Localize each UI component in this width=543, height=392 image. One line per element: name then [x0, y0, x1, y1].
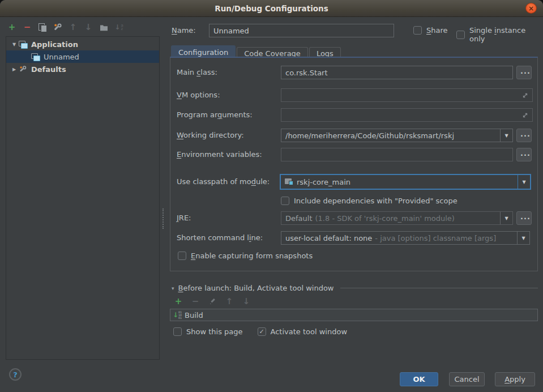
jre-browse-button[interactable]: ...	[516, 211, 532, 225]
dropdown-arrow-icon[interactable]: ▼	[500, 129, 512, 142]
jre-label: JRE:	[177, 214, 191, 222]
check-icon: ✓	[259, 329, 264, 335]
before-launch-header[interactable]: ▾ Before launch: Build, Activate tool wi…	[172, 284, 538, 292]
enable-snapshots-checkbox-box[interactable]	[178, 252, 186, 260]
help-icon[interactable]: ?	[9, 368, 22, 381]
edit-pencil-icon[interactable]	[208, 297, 217, 306]
folder-icon[interactable]	[99, 23, 108, 32]
apply-button[interactable]: Apply	[495, 372, 535, 386]
main-class-input[interactable]: co.rsk.Start	[281, 66, 513, 79]
enable-snapshots-label: Enable capturing form snapshots	[191, 252, 313, 260]
expand-field-icon[interactable]	[521, 92, 529, 101]
close-icon[interactable]: ×	[525, 3, 537, 14]
sort-alphabetically-icon[interactable]: ↓az	[114, 23, 123, 32]
activate-tool-window-label: Activate tool window	[271, 327, 347, 336]
include-provided-label: Include dependencies with "Provided" sco…	[294, 197, 458, 205]
remove-icon[interactable]: −	[23, 23, 32, 32]
main-class-browse-button[interactable]: ...	[516, 66, 532, 79]
shorten-command-line-label: Shorten command line:	[177, 233, 263, 242]
move-down-icon[interactable]: ↓	[242, 297, 251, 306]
use-classpath-label: Use classpath of module:	[177, 177, 270, 186]
run-debug-configurations-dialog: Run/Debug Configurations × + − ↑ ↓ ↓az	[0, 0, 543, 392]
vm-options-input[interactable]	[281, 88, 533, 102]
tree-node-unnamed[interactable]: Unnamed	[6, 50, 159, 63]
single-instance-checkbox[interactable]: Single instance only	[456, 26, 543, 43]
before-launch-toolbar: + − ↑ ↓	[174, 297, 251, 306]
add-icon[interactable]: +	[174, 297, 183, 306]
shorten-command-line-combo[interactable]: user-local default: none - java [options…	[281, 231, 530, 245]
include-provided-checkbox[interactable]: Include dependencies with "Provided" sco…	[281, 197, 458, 205]
before-launch-title: Before launch: Build, Activate tool wind…	[178, 284, 334, 292]
show-this-page-checkbox-box[interactable]	[173, 327, 182, 336]
configurations-panel: + − ↑ ↓ ↓az ▼ Applicat	[0, 17, 165, 392]
titlebar: Run/Debug Configurations ×	[0, 0, 543, 17]
single-instance-label: Single instance only	[469, 26, 543, 43]
show-this-page-label: Show this page	[186, 327, 243, 336]
activate-tool-window-checkbox-box[interactable]: ✓	[258, 327, 266, 336]
main-class-label: Main class:	[177, 68, 217, 76]
single-instance-checkbox-box[interactable]	[456, 31, 465, 39]
before-launch-options: Show this page ✓ Activate tool window	[173, 327, 347, 336]
application-icon	[31, 53, 40, 61]
move-up-icon[interactable]: ↑	[69, 23, 78, 32]
move-up-icon[interactable]: ↑	[225, 297, 234, 306]
working-directory-browse-button[interactable]: ...	[516, 129, 532, 142]
add-icon[interactable]: +	[7, 23, 16, 32]
collapsed-chevron-icon[interactable]: ▶	[10, 67, 19, 72]
share-checkbox-box[interactable]	[413, 26, 422, 35]
cancel-button[interactable]: Cancel	[449, 372, 485, 386]
before-launch-item-build[interactable]: ↓ 01 10 01 Build	[173, 311, 203, 319]
module-icon	[285, 178, 293, 185]
dropdown-arrow-icon[interactable]: ▼	[500, 212, 512, 224]
program-arguments-label: Program arguments:	[177, 110, 253, 119]
configuration-editor: Name: Unnamed Share Single instance only…	[165, 17, 543, 392]
environment-variables-input[interactable]	[281, 148, 513, 161]
configuration-tab-content: Main class: co.rsk.Start ... VM options:…	[170, 57, 538, 271]
build-icon: ↓ 01 10 01	[173, 311, 182, 319]
configurations-tree: ▼ Application Unnamed ▶ Defaults	[6, 36, 160, 360]
share-checkbox[interactable]: Share	[413, 26, 448, 35]
tree-label-application: Application	[31, 40, 78, 49]
name-row: Name: Unnamed Share Single instance only	[172, 24, 543, 37]
name-label: Name:	[172, 26, 196, 35]
vm-options-label: VM options:	[177, 91, 220, 99]
configurations-toolbar: + − ↑ ↓ ↓az	[7, 22, 123, 32]
build-item-label: Build	[185, 311, 203, 319]
separator-line	[340, 288, 538, 288]
working-directory-label: Working directory:	[177, 131, 244, 139]
enable-snapshots-checkbox[interactable]: Enable capturing form snapshots	[178, 252, 313, 260]
activate-tool-window-checkbox[interactable]: ✓ Activate tool window	[258, 327, 347, 336]
working-directory-combo[interactable]: /home/meriherrera/Code/Github/rsksmart/r…	[281, 129, 513, 142]
name-input[interactable]: Unnamed	[209, 24, 394, 37]
expand-field-icon[interactable]	[521, 112, 529, 121]
before-launch-list: ↓ 01 10 01 Build	[170, 309, 538, 321]
collapse-triangle-icon[interactable]: ▾	[172, 286, 174, 291]
remove-icon[interactable]: −	[191, 297, 200, 306]
dropdown-arrow-icon[interactable]: ▼	[517, 232, 529, 244]
share-label: Share	[426, 26, 448, 35]
jre-combo[interactable]: Default (1.8 - SDK of 'rskj-core_main' m…	[281, 211, 513, 225]
tree-node-application[interactable]: ▼ Application	[6, 38, 159, 50]
tree-label-defaults: Defaults	[31, 65, 66, 74]
application-icon	[19, 41, 28, 48]
dialog-footer: ? OK Cancel Apply	[0, 361, 543, 392]
dialog-title: Run/Debug Configurations	[215, 4, 328, 13]
tree-node-defaults[interactable]: ▶ Defaults	[6, 63, 159, 75]
expanded-chevron-icon[interactable]: ▼	[10, 42, 19, 47]
include-provided-checkbox-box[interactable]	[281, 197, 289, 205]
edit-defaults-wrench-icon[interactable]	[53, 23, 62, 32]
environment-variables-label: Environment variables:	[177, 150, 262, 159]
move-down-icon[interactable]: ↓	[84, 23, 93, 32]
environment-variables-browse-button[interactable]: ...	[516, 148, 532, 161]
show-this-page-checkbox[interactable]: Show this page	[173, 327, 243, 336]
copy-icon[interactable]	[38, 23, 47, 32]
dropdown-arrow-icon[interactable]: ▼	[518, 175, 530, 189]
tree-label-unnamed: Unnamed	[44, 53, 79, 61]
use-classpath-combo[interactable]: rskj-core_main ▼	[280, 174, 531, 190]
ok-button[interactable]: OK	[400, 372, 438, 386]
program-arguments-input[interactable]	[281, 108, 533, 122]
wrench-icon	[19, 65, 28, 73]
